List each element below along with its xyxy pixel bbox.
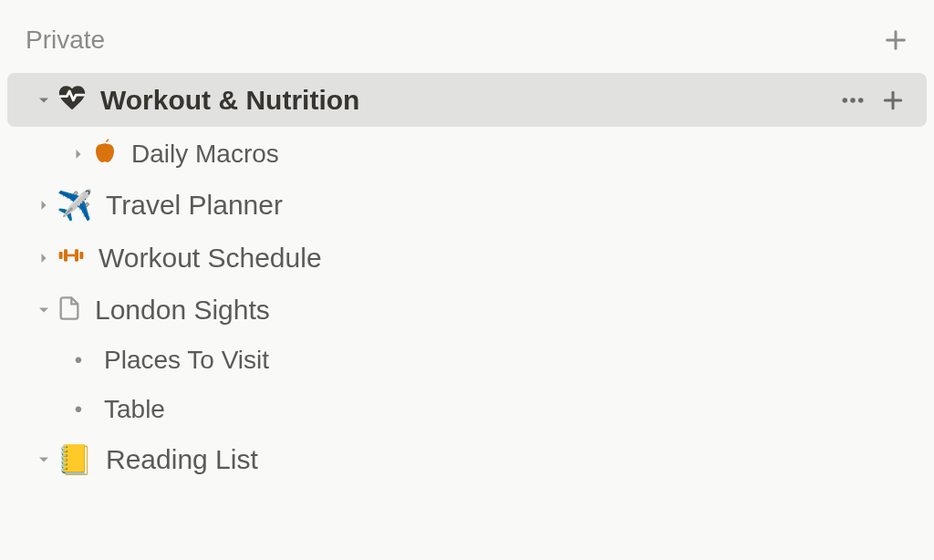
chevron-down-icon[interactable] <box>31 451 57 469</box>
page-item-travel-planner[interactable]: ✈️ Travel Planner <box>7 181 927 230</box>
airplane-icon: ✈️ <box>57 191 93 220</box>
page-label: London Sights <box>95 295 905 326</box>
chevron-down-icon[interactable] <box>31 91 57 109</box>
svg-rect-7 <box>59 252 63 259</box>
bullet-icon: • <box>66 397 91 422</box>
chevron-right-icon[interactable] <box>31 196 57 214</box>
book-icon: 📒 <box>57 445 93 474</box>
svg-rect-10 <box>75 249 78 261</box>
sidebar: Private Workout & Nutrition <box>0 0 934 560</box>
svg-rect-8 <box>64 249 67 261</box>
chevron-down-icon[interactable] <box>31 301 57 319</box>
add-subpage-button[interactable] <box>881 88 905 112</box>
page-label: Travel Planner <box>106 190 905 221</box>
page-item-workout-nutrition[interactable]: Workout & Nutrition <box>7 73 927 127</box>
page-item-workout-schedule[interactable]: Workout Schedule <box>7 232 927 284</box>
page-label: Reading List <box>106 444 905 475</box>
page-item-reading-list[interactable]: 📒 Reading List <box>7 435 927 484</box>
section-title: Private <box>26 26 105 55</box>
page-label: Daily Macros <box>131 140 905 169</box>
svg-point-4 <box>858 98 864 103</box>
heart-pulse-icon <box>57 82 88 118</box>
svg-point-2 <box>843 98 848 103</box>
more-options-button[interactable] <box>839 87 867 114</box>
page-item-places-to-visit[interactable]: • Places To Visit <box>7 337 927 384</box>
add-page-button[interactable] <box>883 27 908 53</box>
section-header: Private <box>0 18 934 71</box>
apple-icon <box>91 138 119 170</box>
item-actions <box>839 87 905 114</box>
page-label: Workout & Nutrition <box>100 85 839 116</box>
bullet-icon: • <box>66 347 91 373</box>
page-item-daily-macros[interactable]: Daily Macros <box>7 129 927 179</box>
barbell-icon <box>57 241 86 275</box>
svg-point-3 <box>850 98 856 103</box>
page-icon <box>57 296 82 326</box>
chevron-right-icon[interactable] <box>66 145 91 163</box>
page-item-table[interactable]: • Table <box>7 386 927 433</box>
page-label: Table <box>104 395 905 424</box>
page-item-london-sights[interactable]: London Sights <box>7 285 927 335</box>
svg-rect-9 <box>67 254 75 257</box>
page-label: Workout Schedule <box>99 243 905 274</box>
svg-rect-11 <box>79 252 83 259</box>
page-label: Places To Visit <box>104 346 905 375</box>
chevron-right-icon[interactable] <box>31 249 57 267</box>
